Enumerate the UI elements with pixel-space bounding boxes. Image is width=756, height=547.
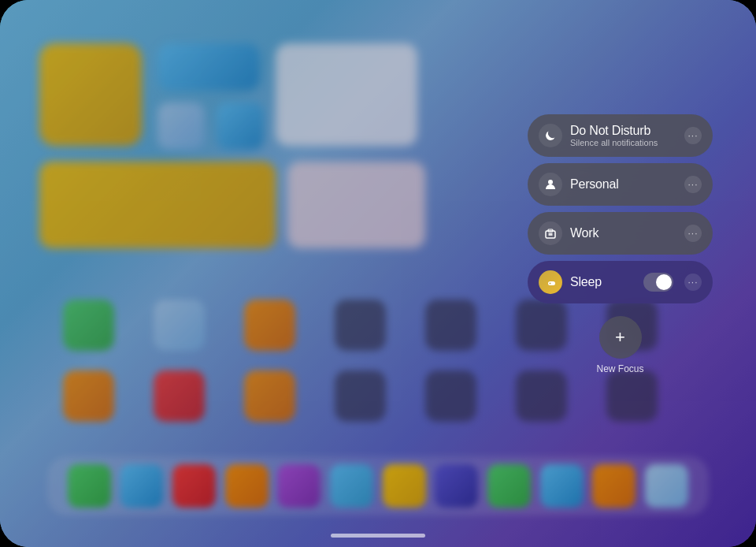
widget-sml-blue [158, 102, 205, 150]
widget-large-yellow [39, 43, 142, 146]
focus-item-personal[interactable]: Personal ··· [528, 163, 713, 206]
svg-rect-3 [549, 233, 553, 236]
dock-icon-12 [645, 464, 688, 508]
app-dark7 [516, 370, 567, 422]
svg-point-5 [550, 283, 551, 285]
dock-icon-1 [68, 464, 111, 508]
app-red1 [154, 370, 205, 422]
new-focus-label: New Focus [596, 363, 643, 374]
dock-icon-3 [172, 464, 216, 508]
work-icon [539, 221, 562, 245]
sleep-toggle[interactable] [643, 273, 673, 292]
new-focus-button[interactable]: + [599, 316, 642, 359]
app-dark1 [335, 300, 386, 351]
app-row-bottom [63, 370, 693, 422]
dock-icon-2 [120, 464, 163, 508]
widget-medium-blue [158, 43, 260, 91]
home-indicator[interactable] [331, 534, 425, 538]
app-dark6 [425, 370, 476, 422]
widget-sml2-blue [217, 102, 264, 150]
work-label: Work [570, 226, 676, 240]
person-icon [539, 173, 562, 196]
app-safari [244, 300, 295, 351]
app-dark5 [335, 370, 386, 422]
widget-bottom-yellow [39, 162, 276, 248]
sleep-toggle-knob [656, 274, 672, 290]
app-dark8 [606, 370, 658, 422]
dock [47, 456, 709, 515]
app-files [154, 300, 205, 351]
dock-icon-4 [225, 464, 269, 508]
do-not-disturb-dots[interactable]: ··· [684, 127, 702, 144]
focus-menu: Do Not Disturb Silence all notifications… [528, 114, 713, 374]
widget-med2-white [276, 43, 417, 146]
focus-item-do-not-disturb[interactable]: Do Not Disturb Silence all notifications… [528, 114, 713, 157]
sleep-icon [539, 270, 562, 294]
widget-bottom2-red [287, 162, 425, 248]
svg-point-0 [548, 180, 553, 184]
new-focus-container[interactable]: + New Focus [528, 316, 713, 374]
personal-label-group: Personal [570, 177, 676, 192]
do-not-disturb-subtitle: Silence all notifications [570, 138, 676, 147]
focus-item-work[interactable]: Work ··· [528, 212, 713, 255]
do-not-disturb-label: Do Not Disturb [570, 124, 676, 138]
app-orange2 [244, 370, 295, 422]
widget-area [39, 43, 425, 264]
sleep-dots[interactable]: ··· [684, 274, 702, 291]
dock-icon-6 [330, 464, 373, 508]
dock-icon-8 [435, 464, 478, 508]
personal-label: Personal [570, 177, 676, 192]
personal-dots[interactable]: ··· [684, 176, 702, 193]
moon-icon [539, 124, 562, 147]
focus-item-sleep[interactable]: Sleep ··· [528, 261, 713, 303]
work-label-group: Work [570, 226, 676, 240]
work-dots[interactable]: ··· [684, 225, 702, 242]
sleep-label-group: Sleep [570, 275, 636, 289]
new-focus-plus-icon: + [615, 327, 625, 348]
do-not-disturb-label-group: Do Not Disturb Silence all notifications [570, 124, 676, 147]
dock-icon-11 [592, 464, 636, 508]
app-dark2 [425, 300, 476, 351]
dock-icon-5 [277, 464, 321, 508]
ipad-frame: Do Not Disturb Silence all notifications… [0, 0, 756, 547]
dock-icon-9 [487, 464, 531, 508]
dock-icon-10 [540, 464, 584, 508]
app-messages [63, 300, 114, 351]
app-orange1 [63, 370, 114, 422]
svg-rect-4 [548, 281, 555, 285]
sleep-label: Sleep [570, 275, 636, 289]
dock-icon-7 [383, 464, 426, 508]
